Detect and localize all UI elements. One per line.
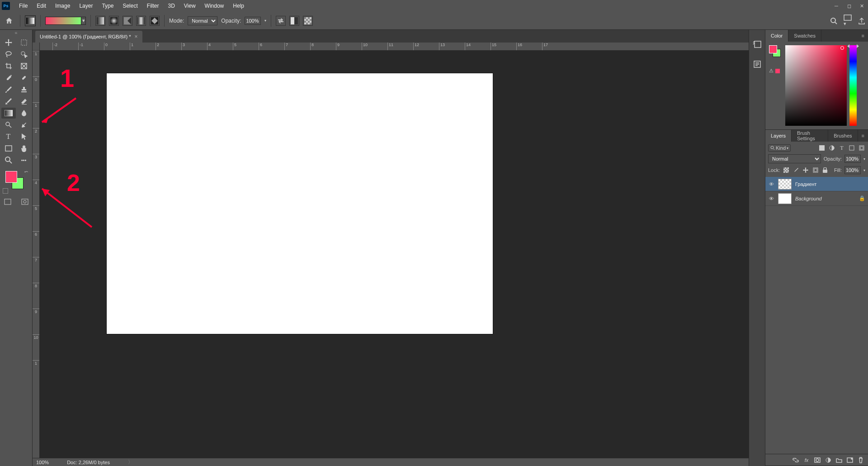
lock-pixels-icon[interactable] xyxy=(793,166,800,174)
gradient-preview[interactable] xyxy=(45,17,81,25)
filter-shape-icon[interactable] xyxy=(848,144,855,152)
menu-3d[interactable]: 3D xyxy=(163,0,179,12)
menu-layer[interactable]: Layer xyxy=(75,0,97,12)
quick-select-tool[interactable] xyxy=(17,49,31,60)
window-maximize[interactable]: ◻ xyxy=(843,0,855,12)
menu-type[interactable]: Type xyxy=(97,0,118,12)
layer-mask-icon[interactable] xyxy=(814,456,821,464)
lock-all-icon[interactable] xyxy=(821,166,829,174)
tab-close-icon[interactable]: × xyxy=(135,33,138,40)
transparency-toggle[interactable] xyxy=(303,16,313,26)
history-brush-tool[interactable] xyxy=(1,96,16,107)
heal-tool[interactable] xyxy=(17,72,31,83)
default-colors-icon[interactable] xyxy=(3,188,8,194)
marquee-tool[interactable] xyxy=(17,37,31,48)
window-minimize[interactable]: ─ xyxy=(830,0,843,12)
menu-file[interactable]: File xyxy=(14,0,32,12)
dodge-tool[interactable] xyxy=(1,119,16,130)
layer-filter-kind[interactable]: Kind ▾ xyxy=(768,144,791,152)
gamut-warning-icon[interactable]: ⚠ xyxy=(769,68,780,74)
brush-tool[interactable] xyxy=(1,84,16,95)
new-layer-icon[interactable] xyxy=(846,456,854,464)
gradient-tool[interactable] xyxy=(1,108,16,119)
window-close[interactable]: ✕ xyxy=(855,0,868,12)
color-field[interactable] xyxy=(785,45,847,126)
standard-mode[interactable] xyxy=(0,196,15,207)
gradient-reflected[interactable] xyxy=(136,16,146,26)
hand-tool[interactable] xyxy=(17,143,31,154)
lock-position-icon[interactable] xyxy=(802,166,809,174)
layer-fx-icon[interactable]: fx xyxy=(803,456,810,464)
zoom-display[interactable]: 100% xyxy=(36,460,49,465)
tools-collapse[interactable]: « xyxy=(0,30,32,35)
menu-edit[interactable]: Edit xyxy=(32,0,51,12)
stamp-tool[interactable] xyxy=(17,84,31,95)
layer-row[interactable]: 👁Градиент xyxy=(765,177,868,191)
shape-tool[interactable] xyxy=(1,143,16,154)
menu-view[interactable]: View xyxy=(179,0,200,12)
color-panel-menu[interactable]: ≡ xyxy=(858,33,868,38)
screen-mode-icon[interactable]: ▾ xyxy=(844,14,852,27)
tab-swatches[interactable]: Swatches xyxy=(788,30,821,42)
group-icon[interactable] xyxy=(835,456,843,464)
filter-type-icon[interactable]: T xyxy=(838,144,845,152)
crop-tool[interactable] xyxy=(1,61,16,71)
reverse-toggle[interactable] xyxy=(276,16,286,26)
eraser-tool[interactable] xyxy=(17,96,31,107)
swap-colors-icon[interactable]: ⤺ xyxy=(24,169,28,174)
link-layers-icon[interactable] xyxy=(792,456,799,464)
path-select-tool[interactable] xyxy=(17,131,31,142)
frame-tool[interactable] xyxy=(17,61,31,71)
history-panel-icon[interactable] xyxy=(752,39,763,50)
quickmask-mode[interactable] xyxy=(18,196,32,207)
menu-window[interactable]: Window xyxy=(200,0,229,12)
type-tool[interactable]: T xyxy=(1,131,16,142)
layer-name[interactable]: Градиент xyxy=(795,181,865,187)
foreground-color[interactable] xyxy=(5,171,17,183)
gradient-tool-preset[interactable] xyxy=(25,15,36,26)
layers-panel-menu[interactable]: ≡ xyxy=(858,133,868,138)
mode-select[interactable]: Normal xyxy=(188,16,217,25)
lasso-tool[interactable] xyxy=(1,49,16,60)
color-fgbg[interactable]: ⚠ xyxy=(769,45,783,126)
more-tools[interactable]: ••• xyxy=(17,155,31,166)
opacity-input[interactable] xyxy=(245,17,261,25)
panel-fg-color[interactable] xyxy=(769,45,777,53)
dither-toggle[interactable] xyxy=(289,16,299,26)
canvas[interactable] xyxy=(107,73,493,334)
layer-row[interactable]: 👁Background🔒 xyxy=(765,191,868,206)
eyedropper-tool[interactable] xyxy=(1,72,16,83)
zoom-tool[interactable] xyxy=(1,155,16,166)
filter-pixel-icon[interactable] xyxy=(818,144,826,152)
home-button[interactable] xyxy=(3,14,15,27)
menu-image[interactable]: Image xyxy=(51,0,75,12)
tab-layers[interactable]: Layers xyxy=(765,130,792,142)
lock-artboard-icon[interactable] xyxy=(812,166,819,174)
tab-color[interactable]: Color xyxy=(765,30,788,42)
menu-help[interactable]: Help xyxy=(228,0,249,12)
blend-mode-select[interactable]: Normal xyxy=(768,154,821,163)
gradient-linear[interactable] xyxy=(95,16,105,26)
adjustment-layer-icon[interactable] xyxy=(825,456,832,464)
gradient-diamond[interactable] xyxy=(150,16,160,26)
document-tab[interactable]: Untitled-1 @ 100% (Градиент, RGB/8#) * × xyxy=(35,31,142,43)
move-tool[interactable] xyxy=(1,37,16,48)
layer-name[interactable]: Background xyxy=(795,196,855,201)
visibility-icon[interactable]: 👁 xyxy=(768,196,774,201)
menu-filter[interactable]: Filter xyxy=(142,0,164,12)
color-swatches[interactable]: ⤺ xyxy=(2,169,31,195)
hue-slider[interactable] xyxy=(849,45,857,126)
menu-select[interactable]: Select xyxy=(118,0,142,12)
delete-layer-icon[interactable] xyxy=(857,456,864,464)
filter-adjust-icon[interactable] xyxy=(828,144,835,152)
gradient-radial[interactable] xyxy=(109,16,119,26)
properties-panel-icon[interactable] xyxy=(752,59,763,70)
lock-transparency-icon[interactable] xyxy=(783,166,790,174)
layer-opacity-input[interactable] xyxy=(844,155,861,163)
tab-brushes[interactable]: Brushes xyxy=(828,130,858,142)
visibility-icon[interactable]: 👁 xyxy=(768,181,774,187)
filter-smart-icon[interactable] xyxy=(858,144,865,152)
gradient-angle[interactable] xyxy=(123,16,132,26)
search-icon[interactable] xyxy=(830,17,837,24)
tab-brush-settings[interactable]: Brush Settings xyxy=(792,130,828,142)
